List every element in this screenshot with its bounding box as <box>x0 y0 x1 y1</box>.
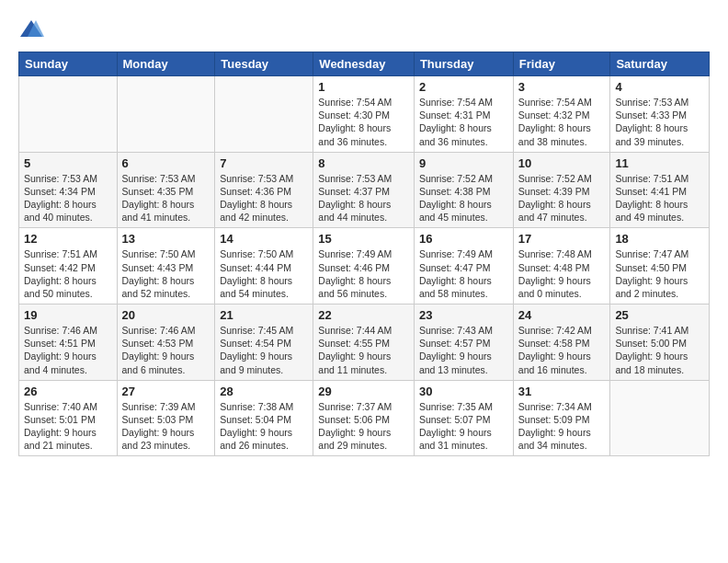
day-header-wednesday: Wednesday <box>313 52 415 76</box>
calendar-cell: 31Sunrise: 7:34 AMSunset: 5:09 PMDayligh… <box>513 380 610 456</box>
week-row-0: 1Sunrise: 7:54 AMSunset: 4:30 PMDaylight… <box>19 76 710 153</box>
day-header-friday: Friday <box>513 52 610 76</box>
day-info: Sunrise: 7:48 AMSunset: 4:48 PMDaylight:… <box>518 247 606 300</box>
calendar-cell: 24Sunrise: 7:42 AMSunset: 4:58 PMDayligh… <box>513 304 610 381</box>
calendar-cell: 3Sunrise: 7:54 AMSunset: 4:32 PMDaylight… <box>513 76 610 153</box>
day-number: 1 <box>318 80 409 94</box>
day-number: 23 <box>419 308 508 322</box>
day-number: 30 <box>419 385 508 398</box>
calendar-cell <box>215 76 313 153</box>
day-number: 6 <box>122 156 210 170</box>
day-info: Sunrise: 7:38 AMSunset: 5:04 PMDaylight:… <box>220 400 308 453</box>
calendar-cell <box>19 76 118 153</box>
day-info: Sunrise: 7:51 AMSunset: 4:42 PMDaylight:… <box>24 247 112 300</box>
day-info: Sunrise: 7:46 AMSunset: 4:53 PMDaylight:… <box>122 324 210 376</box>
calendar-cell: 27Sunrise: 7:39 AMSunset: 5:03 PMDayligh… <box>117 380 215 456</box>
calendar-cell: 30Sunrise: 7:35 AMSunset: 5:07 PMDayligh… <box>414 380 513 456</box>
day-info: Sunrise: 7:34 AMSunset: 5:09 PMDaylight:… <box>518 400 606 453</box>
calendar-cell: 6Sunrise: 7:53 AMSunset: 4:35 PMDaylight… <box>117 152 215 228</box>
day-number: 16 <box>419 232 508 246</box>
week-row-2: 12Sunrise: 7:51 AMSunset: 4:42 PMDayligh… <box>19 228 710 304</box>
calendar-cell: 26Sunrise: 7:40 AMSunset: 5:01 PMDayligh… <box>19 380 118 456</box>
day-number: 11 <box>615 156 704 170</box>
day-number: 10 <box>518 156 606 170</box>
calendar-cell: 28Sunrise: 7:38 AMSunset: 5:04 PMDayligh… <box>215 380 313 456</box>
day-info: Sunrise: 7:37 AMSunset: 5:06 PMDaylight:… <box>318 400 409 453</box>
day-number: 28 <box>220 385 308 398</box>
day-info: Sunrise: 7:49 AMSunset: 4:46 PMDaylight:… <box>318 247 409 300</box>
week-row-3: 19Sunrise: 7:46 AMSunset: 4:51 PMDayligh… <box>19 304 710 381</box>
day-number: 29 <box>318 385 409 398</box>
calendar-cell: 8Sunrise: 7:53 AMSunset: 4:37 PMDaylight… <box>313 152 415 228</box>
calendar-cell: 10Sunrise: 7:52 AMSunset: 4:39 PMDayligh… <box>513 152 610 228</box>
day-info: Sunrise: 7:50 AMSunset: 4:44 PMDaylight:… <box>220 247 308 300</box>
week-row-1: 5Sunrise: 7:53 AMSunset: 4:34 PMDaylight… <box>19 152 710 228</box>
calendar-cell: 22Sunrise: 7:44 AMSunset: 4:55 PMDayligh… <box>313 304 415 381</box>
day-number: 27 <box>122 385 210 398</box>
calendar-cell: 13Sunrise: 7:50 AMSunset: 4:43 PMDayligh… <box>117 228 215 304</box>
calendar-cell: 19Sunrise: 7:46 AMSunset: 4:51 PMDayligh… <box>19 304 118 381</box>
day-number: 18 <box>615 232 704 246</box>
day-info: Sunrise: 7:40 AMSunset: 5:01 PMDaylight:… <box>24 400 112 453</box>
day-number: 22 <box>318 308 409 322</box>
calendar-table: SundayMondayTuesdayWednesdayThursdayFrid… <box>18 52 710 456</box>
day-number: 4 <box>615 80 704 94</box>
day-number: 2 <box>419 80 508 94</box>
calendar-cell: 17Sunrise: 7:48 AMSunset: 4:48 PMDayligh… <box>513 228 610 304</box>
calendar-cell: 15Sunrise: 7:49 AMSunset: 4:46 PMDayligh… <box>313 228 415 304</box>
day-number: 3 <box>518 80 606 94</box>
calendar-cell: 1Sunrise: 7:54 AMSunset: 4:30 PMDaylight… <box>313 76 415 153</box>
day-header-monday: Monday <box>117 52 215 76</box>
calendar-cell: 4Sunrise: 7:53 AMSunset: 4:33 PMDaylight… <box>610 76 710 153</box>
calendar-cell: 12Sunrise: 7:51 AMSunset: 4:42 PMDayligh… <box>19 228 118 304</box>
day-number: 9 <box>419 156 508 170</box>
day-number: 7 <box>220 156 308 170</box>
calendar-cell: 20Sunrise: 7:46 AMSunset: 4:53 PMDayligh… <box>117 304 215 381</box>
calendar-cell: 14Sunrise: 7:50 AMSunset: 4:44 PMDayligh… <box>215 228 313 304</box>
day-info: Sunrise: 7:41 AMSunset: 5:00 PMDaylight:… <box>615 324 704 376</box>
calendar-cell <box>610 380 710 456</box>
week-row-4: 26Sunrise: 7:40 AMSunset: 5:01 PMDayligh… <box>19 380 710 456</box>
day-info: Sunrise: 7:46 AMSunset: 4:51 PMDaylight:… <box>24 324 112 376</box>
calendar-cell: 9Sunrise: 7:52 AMSunset: 4:38 PMDaylight… <box>414 152 513 228</box>
day-info: Sunrise: 7:45 AMSunset: 4:54 PMDaylight:… <box>220 324 308 376</box>
calendar-cell: 2Sunrise: 7:54 AMSunset: 4:31 PMDaylight… <box>414 76 513 153</box>
day-number: 5 <box>24 156 112 170</box>
calendar-cell: 5Sunrise: 7:53 AMSunset: 4:34 PMDaylight… <box>19 152 118 228</box>
calendar-cell <box>117 76 215 153</box>
day-number: 19 <box>24 308 112 322</box>
calendar-cell: 29Sunrise: 7:37 AMSunset: 5:06 PMDayligh… <box>313 380 415 456</box>
page: SundayMondayTuesdayWednesdayThursdayFrid… <box>0 0 728 473</box>
day-info: Sunrise: 7:52 AMSunset: 4:38 PMDaylight:… <box>419 172 508 224</box>
day-info: Sunrise: 7:53 AMSunset: 4:35 PMDaylight:… <box>122 172 210 224</box>
day-number: 21 <box>220 308 308 322</box>
day-header-saturday: Saturday <box>610 52 710 76</box>
calendar-header-row: SundayMondayTuesdayWednesdayThursdayFrid… <box>19 52 710 76</box>
day-info: Sunrise: 7:39 AMSunset: 5:03 PMDaylight:… <box>122 400 210 453</box>
calendar-cell: 21Sunrise: 7:45 AMSunset: 4:54 PMDayligh… <box>215 304 313 381</box>
day-info: Sunrise: 7:54 AMSunset: 4:32 PMDaylight:… <box>518 96 606 148</box>
day-number: 25 <box>615 308 704 322</box>
header <box>18 17 710 42</box>
day-number: 26 <box>24 385 112 398</box>
calendar-cell: 23Sunrise: 7:43 AMSunset: 4:57 PMDayligh… <box>414 304 513 381</box>
day-info: Sunrise: 7:53 AMSunset: 4:33 PMDaylight:… <box>615 96 704 148</box>
day-info: Sunrise: 7:51 AMSunset: 4:41 PMDaylight:… <box>615 172 704 224</box>
day-number: 31 <box>518 385 606 398</box>
day-info: Sunrise: 7:42 AMSunset: 4:58 PMDaylight:… <box>518 324 606 376</box>
logo <box>18 17 48 42</box>
day-header-sunday: Sunday <box>19 52 118 76</box>
day-info: Sunrise: 7:47 AMSunset: 4:50 PMDaylight:… <box>615 247 704 300</box>
day-info: Sunrise: 7:49 AMSunset: 4:47 PMDaylight:… <box>419 247 508 300</box>
day-number: 12 <box>24 232 112 246</box>
day-header-thursday: Thursday <box>414 52 513 76</box>
day-info: Sunrise: 7:52 AMSunset: 4:39 PMDaylight:… <box>518 172 606 224</box>
day-number: 8 <box>318 156 409 170</box>
day-info: Sunrise: 7:50 AMSunset: 4:43 PMDaylight:… <box>122 247 210 300</box>
day-info: Sunrise: 7:53 AMSunset: 4:36 PMDaylight:… <box>220 172 308 224</box>
day-number: 24 <box>518 308 606 322</box>
day-number: 13 <box>122 232 210 246</box>
calendar-cell: 16Sunrise: 7:49 AMSunset: 4:47 PMDayligh… <box>414 228 513 304</box>
day-info: Sunrise: 7:53 AMSunset: 4:34 PMDaylight:… <box>24 172 112 224</box>
day-info: Sunrise: 7:53 AMSunset: 4:37 PMDaylight:… <box>318 172 409 224</box>
